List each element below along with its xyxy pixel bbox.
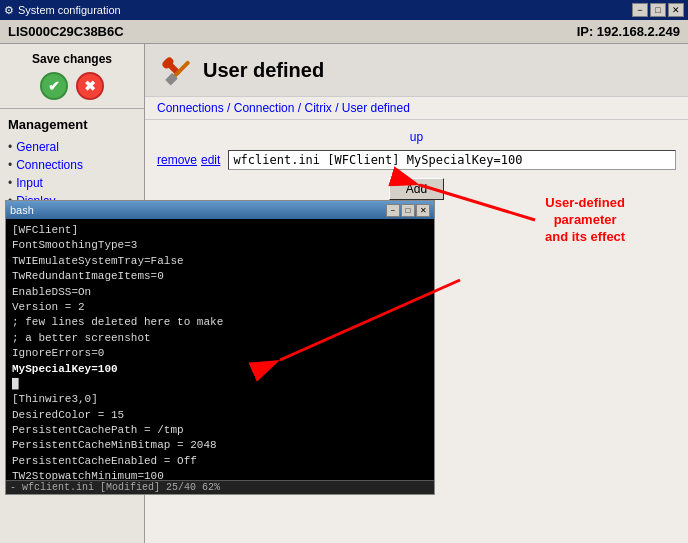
- bash-line: [WFClient]: [12, 223, 428, 238]
- bash-line: ; a better screenshot: [12, 331, 428, 346]
- up-link[interactable]: up: [410, 130, 423, 144]
- bash-line: PersistentCacheMinBitmap = 2048: [12, 438, 428, 453]
- bullet-icon: •: [8, 176, 12, 190]
- nav-link-general[interactable]: General: [16, 140, 59, 154]
- bash-line: TWIEmulateSystemTray=False: [12, 254, 428, 269]
- title-bar-controls: − □ ✕: [632, 3, 684, 17]
- save-ok-button[interactable]: ✔: [40, 72, 68, 100]
- entry-row: remove edit: [157, 150, 676, 170]
- entry-value-input[interactable]: [228, 150, 676, 170]
- bash-line: MySpecialKey=100: [12, 362, 428, 377]
- breadcrumb-user-defined[interactable]: User defined: [342, 101, 410, 115]
- management-title: Management: [8, 117, 136, 132]
- sidebar-item-input[interactable]: • Input: [8, 174, 136, 192]
- entry-actions: remove edit: [157, 153, 220, 167]
- breadcrumb: Connections / Connection / Citrix / User…: [145, 97, 688, 120]
- bash-line: TW2StopwatchMinimum=100: [12, 469, 428, 480]
- breadcrumb-connections[interactable]: Connections: [157, 101, 224, 115]
- sidebar-item-general[interactable]: • General: [8, 138, 136, 156]
- add-button[interactable]: Add: [389, 178, 444, 200]
- edit-button[interactable]: edit: [201, 153, 220, 167]
- bash-line: IgnoreErrors=0: [12, 346, 428, 361]
- close-button[interactable]: ✕: [668, 3, 684, 17]
- panel-header: User defined: [145, 44, 688, 97]
- bash-line: ; few lines deleted here to make: [12, 315, 428, 330]
- device-bar: LIS000C29C38B6C IP: 192.168.2.249: [0, 20, 688, 44]
- bash-status: - wfclient.ini [Modified] 25/40 62%: [6, 480, 434, 494]
- sidebar-item-connections[interactable]: • Connections: [8, 156, 136, 174]
- bash-line: PersistentCacheEnabled = Off: [12, 454, 428, 469]
- save-changes-label: Save changes: [8, 52, 136, 66]
- breadcrumb-citrix[interactable]: Citrix: [304, 101, 331, 115]
- bash-window: bash − □ ✕ [WFClient]FontSmoothingType=3…: [5, 200, 435, 495]
- bash-line: TwRedundantImageItems=0: [12, 269, 428, 284]
- panel-title: User defined: [203, 59, 324, 82]
- bash-line: DesiredColor = 15: [12, 408, 428, 423]
- bash-minimize-button[interactable]: −: [386, 204, 400, 217]
- title-bar-title: ⚙ System configuration: [4, 4, 121, 17]
- ip-address: IP: 192.168.2.249: [577, 24, 680, 39]
- bash-line: FontSmoothingType=3: [12, 238, 428, 253]
- nav-link-connections[interactable]: Connections: [16, 158, 83, 172]
- bash-line: █: [12, 377, 428, 392]
- remove-button[interactable]: remove: [157, 153, 197, 167]
- bash-close-button[interactable]: ✕: [416, 204, 430, 217]
- tools-icon: [157, 52, 193, 88]
- bash-title: bash: [10, 204, 34, 216]
- maximize-button[interactable]: □: [650, 3, 666, 17]
- bash-body[interactable]: [WFClient]FontSmoothingType=3TWIEmulateS…: [6, 219, 434, 480]
- bash-line: PersistentCachePath = /tmp: [12, 423, 428, 438]
- breadcrumb-connection[interactable]: Connection: [234, 101, 295, 115]
- save-changes-area: Save changes ✔ ✖: [0, 44, 144, 109]
- bash-maximize-button[interactable]: □: [401, 204, 415, 217]
- nav-link-input[interactable]: Input: [16, 176, 43, 190]
- bash-titlebar: bash − □ ✕: [6, 201, 434, 219]
- bash-line: EnableDSS=On: [12, 285, 428, 300]
- save-buttons: ✔ ✖: [8, 72, 136, 100]
- up-link-container: up: [157, 130, 676, 144]
- annotation-text: User-definedparameterand its effect: [545, 195, 625, 246]
- title-bar: ⚙ System configuration − □ ✕: [0, 0, 688, 20]
- bullet-icon: •: [8, 158, 12, 172]
- device-id: LIS000C29C38B6C: [8, 24, 124, 39]
- minimize-button[interactable]: −: [632, 3, 648, 17]
- bullet-icon: •: [8, 140, 12, 154]
- save-cancel-button[interactable]: ✖: [76, 72, 104, 100]
- bash-line: [Thinwire3,0]: [12, 392, 428, 407]
- bash-title-controls: − □ ✕: [386, 204, 430, 217]
- gear-icon: ⚙: [4, 4, 14, 17]
- bash-line: Version = 2: [12, 300, 428, 315]
